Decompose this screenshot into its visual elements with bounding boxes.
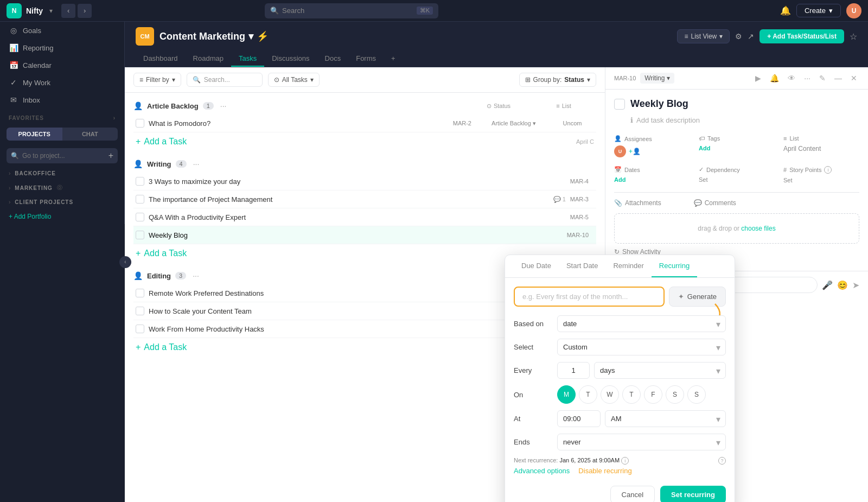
recurrence-help-icon[interactable]: ? bbox=[718, 457, 726, 465]
add-portfolio-button[interactable]: + Add Portfolio bbox=[0, 209, 124, 224]
emoji-icon[interactable]: 😊 bbox=[837, 280, 848, 290]
sidebar-section-backoffice[interactable]: › BACKOFFICE bbox=[0, 167, 124, 180]
add-task-button[interactable]: + Add Task/Status/List bbox=[760, 29, 844, 43]
day-btn-W[interactable]: W bbox=[601, 385, 619, 404]
time-input[interactable] bbox=[557, 410, 601, 427]
day-btn-S1[interactable]: S bbox=[666, 385, 684, 404]
every-unit-select[interactable]: days bbox=[594, 362, 726, 379]
ends-select[interactable]: never bbox=[557, 434, 726, 450]
popup-tab-start-date[interactable]: Start Date bbox=[559, 255, 606, 277]
day-btn-T2[interactable]: T bbox=[622, 385, 641, 404]
group-more-icon-article-backlog[interactable]: ··· bbox=[220, 101, 227, 110]
recurrence-info-icon[interactable]: i bbox=[621, 457, 629, 465]
popup-tab-reminder[interactable]: Reminder bbox=[605, 255, 651, 277]
nav-item-forms[interactable]: Forms bbox=[348, 51, 384, 67]
add-assignee-icon[interactable]: +👤 bbox=[629, 148, 641, 155]
nav-item-tasks[interactable]: Tasks bbox=[231, 51, 264, 67]
day-btn-S2[interactable]: S bbox=[687, 385, 706, 404]
task-title-t6[interactable]: Remote Work Preferred Destinations bbox=[149, 289, 566, 297]
sidebar-item-my-work[interactable]: ✓ My Work bbox=[0, 74, 124, 91]
detail-task-checkbox[interactable] bbox=[614, 99, 625, 110]
close-icon[interactable]: ✕ bbox=[848, 73, 859, 84]
detail-description[interactable]: ℹ Add task description bbox=[630, 116, 859, 124]
set-story-points-button[interactable]: Set bbox=[783, 177, 793, 183]
play-icon[interactable]: ▶ bbox=[753, 73, 763, 84]
sidebar-section-marketing[interactable]: › MARKETING ⓪ bbox=[0, 180, 124, 195]
project-search-input[interactable] bbox=[22, 152, 105, 160]
day-btn-T1[interactable]: T bbox=[579, 385, 597, 404]
add-date-button[interactable]: Add bbox=[614, 176, 626, 183]
list-view-button[interactable]: ≡ List View ▾ bbox=[677, 29, 730, 43]
day-btn-M[interactable]: M bbox=[557, 385, 576, 404]
task-title-t8[interactable]: Work From Home Productivity Hacks bbox=[149, 325, 566, 333]
nav-item-add[interactable]: + bbox=[384, 51, 403, 67]
tab-chat[interactable]: CHAT bbox=[62, 128, 118, 141]
create-button[interactable]: Create ▾ bbox=[796, 4, 841, 17]
task-checkbox-t4[interactable] bbox=[136, 213, 144, 221]
task-checkbox-t8[interactable] bbox=[136, 325, 144, 333]
cancel-button[interactable]: Cancel bbox=[610, 486, 655, 502]
app-chevron[interactable]: ▾ bbox=[49, 7, 53, 15]
task-checkbox-t2[interactable] bbox=[136, 177, 144, 186]
nav-back-button[interactable]: ‹ bbox=[61, 4, 75, 18]
popup-tab-due-date[interactable]: Due Date bbox=[514, 255, 559, 277]
all-tasks-button[interactable]: ⊙ All Tasks ▾ bbox=[268, 73, 320, 87]
nav-item-dashboard[interactable]: Dashboard bbox=[136, 51, 186, 67]
add-project-icon[interactable]: + bbox=[108, 151, 113, 161]
task-title-t1[interactable]: What is Pomodoro? bbox=[149, 119, 449, 128]
set-dependency-button[interactable]: Set bbox=[699, 176, 708, 183]
project-search[interactable]: 🔍 + bbox=[7, 148, 118, 163]
task-title-t2[interactable]: 3 Ways to maximize your day bbox=[149, 177, 566, 186]
ampm-select[interactable]: AM PM bbox=[605, 410, 726, 427]
eye-icon[interactable]: 👁 bbox=[786, 73, 797, 84]
notifications-bell-icon[interactable]: 🔔 bbox=[780, 5, 791, 16]
sidebar-section-client-projects[interactable]: › CLIENT PROJECTS bbox=[0, 195, 124, 209]
tab-projects[interactable]: PROJECTS bbox=[7, 128, 62, 141]
task-title-t7[interactable]: How to Scale your Content Team bbox=[149, 307, 566, 315]
sidebar-collapse-button[interactable]: ‹ bbox=[119, 256, 131, 268]
sidebar-item-inbox[interactable]: ✉ Inbox bbox=[0, 91, 124, 109]
minimize-icon[interactable]: — bbox=[832, 73, 844, 84]
send-icon[interactable]: ➤ bbox=[852, 280, 859, 290]
task-checkbox-t5[interactable] bbox=[136, 231, 144, 239]
task-checkbox-t1[interactable] bbox=[136, 119, 144, 128]
task-search[interactable]: 🔍 Search... bbox=[187, 73, 263, 87]
every-num-input[interactable] bbox=[557, 362, 590, 379]
sidebar-item-calendar[interactable]: 📅 Calendar bbox=[0, 56, 124, 74]
ai-recurring-input[interactable] bbox=[514, 287, 665, 307]
more-icon[interactable]: ··· bbox=[802, 73, 813, 84]
avatar[interactable]: U bbox=[846, 3, 861, 18]
project-chevron-icon[interactable]: ▾ bbox=[248, 30, 253, 42]
star-icon[interactable]: ☆ bbox=[850, 31, 857, 42]
bell-icon[interactable]: 🔔 bbox=[768, 73, 781, 84]
group-more-icon-writing[interactable]: ··· bbox=[193, 160, 200, 168]
task-title-t4[interactable]: Q&A With a Productivity Expert bbox=[149, 213, 566, 221]
filter-by-button[interactable]: ≡ Filter by ▾ bbox=[133, 73, 181, 87]
favorites-expand-icon[interactable]: › bbox=[113, 115, 116, 121]
advanced-options-link[interactable]: Advanced options bbox=[514, 467, 570, 475]
global-search[interactable]: 🔍 Search ⌘K bbox=[265, 3, 438, 18]
settings-icon[interactable]: ⚙ bbox=[735, 32, 742, 41]
microphone-icon[interactable]: 🎤 bbox=[822, 280, 833, 290]
nav-item-docs[interactable]: Docs bbox=[317, 51, 349, 67]
based-on-select[interactable]: date bbox=[557, 315, 726, 332]
popup-tab-recurring[interactable]: Recurring bbox=[652, 255, 697, 277]
upload-area[interactable]: drag & drop or choose files bbox=[614, 213, 859, 244]
task-title-t3[interactable]: The importance of Project Management bbox=[149, 195, 549, 204]
group-more-icon-editing[interactable]: ··· bbox=[193, 271, 199, 280]
nav-item-roadmap[interactable]: Roadmap bbox=[186, 51, 231, 67]
day-btn-F[interactable]: F bbox=[644, 385, 662, 404]
edit-icon[interactable]: ✎ bbox=[817, 73, 828, 84]
add-task-article-backlog[interactable]: + Add a Task April C bbox=[133, 132, 596, 151]
task-title-t5[interactable]: Weekly Blog bbox=[149, 231, 563, 239]
task-checkbox-t3[interactable] bbox=[136, 195, 144, 204]
sidebar-item-goals[interactable]: ◎ Goals bbox=[0, 22, 124, 39]
task-checkbox-t6[interactable] bbox=[136, 289, 144, 297]
nav-forward-button[interactable]: › bbox=[78, 4, 92, 18]
nav-item-discussions[interactable]: Discussions bbox=[264, 51, 317, 67]
group-by-button[interactable]: ⊞ Group by: Status ▾ bbox=[519, 73, 596, 87]
sidebar-item-reporting[interactable]: 📊 Reporting bbox=[0, 39, 124, 56]
upload-link[interactable]: choose files bbox=[741, 225, 775, 232]
recurring-select[interactable]: Custom bbox=[557, 339, 726, 355]
detail-writing-tag[interactable]: Writing ▾ bbox=[640, 73, 674, 84]
